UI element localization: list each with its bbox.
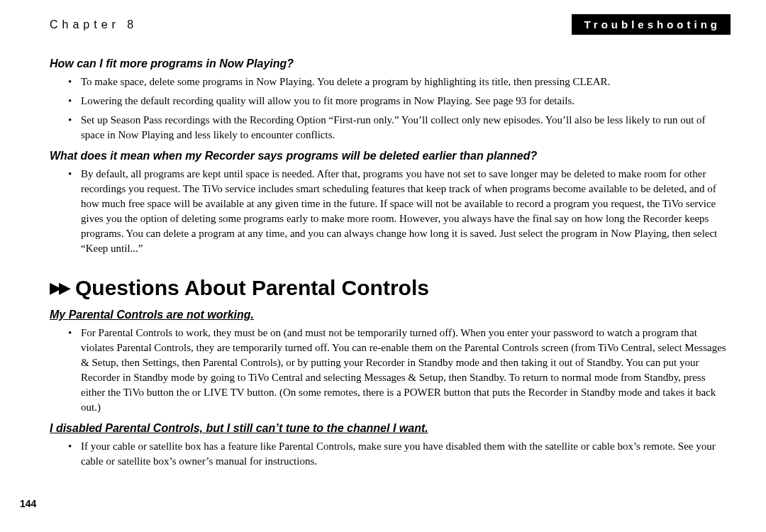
list-item: To make space, delete some programs in N… bbox=[71, 74, 731, 89]
double-arrow-icon: ▶▶ bbox=[50, 279, 68, 297]
chapter-label: Chapter 8 bbox=[50, 18, 138, 31]
question-heading-1: How can I fit more programs in Now Playi… bbox=[50, 57, 731, 70]
section-title: Questions About Parental Controls bbox=[75, 276, 429, 300]
answer-list-2: By default, all programs are kept until … bbox=[71, 167, 731, 256]
page-header: Chapter 8 Troubleshooting bbox=[50, 14, 731, 35]
question-heading-2: What does it mean when my Recorder says … bbox=[50, 150, 731, 162]
section-heading: ▶▶ Questions About Parental Controls bbox=[50, 276, 731, 300]
answer-list-4: If your cable or satellite box has a fea… bbox=[71, 439, 731, 469]
list-item: By default, all programs are kept until … bbox=[71, 167, 731, 256]
section-label: Troubleshooting bbox=[572, 14, 731, 35]
list-item: For Parental Controls to work, they must… bbox=[71, 326, 731, 415]
answer-list-3: For Parental Controls to work, they must… bbox=[71, 326, 731, 415]
list-item: Lowering the default recording quality w… bbox=[71, 94, 731, 109]
page-number: 144 bbox=[20, 498, 36, 509]
answer-list-1: To make space, delete some programs in N… bbox=[71, 74, 731, 143]
question-heading-3: My Parental Controls are not working. bbox=[50, 309, 731, 321]
question-heading-4: I disabled Parental Controls, but I stil… bbox=[50, 422, 731, 435]
list-item: If your cable or satellite box has a fea… bbox=[71, 439, 731, 469]
list-item: Set up Season Pass recordings with the R… bbox=[71, 113, 731, 143]
